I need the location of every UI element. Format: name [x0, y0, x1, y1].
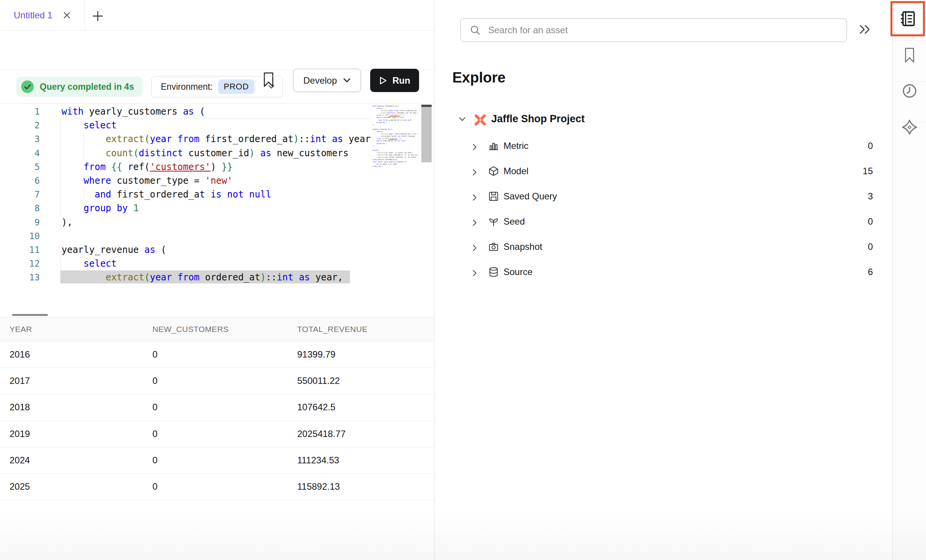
chevron-right-icon[interactable] [472, 269, 477, 277]
line-number: 8 [0, 201, 40, 215]
results-tab-bar: Data Chart Details [0, 283, 434, 317]
code-line: count(distinct customer_id) as new_custo… [62, 146, 348, 160]
code-line: extract(year from first_ordered_at)::int… [62, 132, 371, 146]
tree-item-count: 0 [868, 216, 873, 227]
table-cell: 111234.53 [297, 455, 434, 466]
chevron-right-icon[interactable] [472, 194, 477, 201]
tree-item-count: 3 [868, 191, 873, 202]
tab-label: Untitled 1 [14, 10, 52, 21]
tree-item-source[interactable]: Source6 [435, 260, 892, 285]
tree-item-label: Source [503, 267, 533, 277]
dbt-assist-icon[interactable] [893, 119, 926, 136]
saved-query-icon [488, 191, 499, 202]
query-status-text: Query completed in 4s [40, 82, 134, 92]
explore-tree: Metric0Model15Saved Query3Seed0Snapshot0… [435, 134, 892, 285]
tree-item-model[interactable]: Model15 [435, 159, 892, 184]
close-tab-icon[interactable] [62, 11, 71, 20]
chevron-right-icon[interactable] [472, 219, 477, 227]
tree-item-label: Snapshot [503, 241, 542, 252]
table-row: 20250115892.13 [0, 474, 434, 500]
table-cell: 2017 [10, 375, 152, 386]
tree-item-count: 15 [863, 166, 873, 176]
chevron-down-icon[interactable] [458, 117, 466, 122]
line-number: 4 [0, 146, 40, 160]
chevron-down-icon [343, 78, 351, 83]
line-number: 1 [0, 105, 40, 118]
seed-icon [488, 216, 499, 227]
tree-item-snapshot[interactable]: Snapshot0 [435, 235, 892, 260]
table-cell: 0 [152, 455, 297, 466]
explore-panel: Search for an asset Explore Jaffle Shop … [435, 0, 892, 560]
table-row: 201902025418.77 [0, 421, 434, 447]
develop-label: Develop [303, 75, 337, 86]
line-number: 9 [0, 215, 40, 229]
line-number: 7 [0, 188, 40, 201]
catalog-notebook-icon[interactable] [890, 1, 925, 36]
explore-heading: Explore [452, 70, 505, 86]
asset-search-input[interactable]: Search for an asset [460, 18, 847, 42]
sql-code-editor[interactable]: 1234567891011121314 with yearly_customer… [0, 103, 434, 283]
source-icon [488, 267, 499, 277]
table-cell: 115892.13 [297, 481, 434, 492]
code-line: from {{ ref('customers') }} [62, 160, 233, 174]
metric-icon [488, 141, 499, 151]
code-line: with yearly_customers as ( [62, 105, 205, 118]
code-line: select [62, 118, 117, 132]
tab-untitled-1[interactable]: Untitled 1 [0, 0, 85, 31]
table-cell: 91399.79 [297, 349, 434, 360]
column-header: NEW_CUSTOMERS [152, 325, 297, 334]
code-line: group by 1 [62, 201, 139, 215]
table-cell: 2018 [10, 402, 152, 413]
table-row: 20180107642.5 [0, 394, 434, 421]
line-number: 12 [0, 257, 40, 270]
table-row: 20240111234.53 [0, 447, 434, 474]
collapse-panel-icon[interactable] [858, 24, 872, 36]
chevron-right-icon[interactable] [472, 168, 477, 176]
table-cell: 107642.5 [297, 402, 434, 413]
tree-item-saved-query[interactable]: Saved Query3 [435, 184, 892, 209]
line-number-gutter: 1234567891011121314 [0, 104, 40, 283]
table-cell: 2025418.77 [297, 429, 434, 439]
column-header: TOTAL_REVENUE [297, 325, 434, 334]
new-tab-button[interactable] [90, 8, 105, 24]
environment-selector[interactable]: Environment: PROD [151, 76, 283, 97]
line-number: 5 [0, 160, 40, 174]
editor-minimap[interactable]: with yearly_customers as ( select extrac… [372, 105, 418, 273]
table-cell: 0 [152, 349, 297, 360]
tree-item-seed[interactable]: Seed0 [435, 209, 892, 235]
code-line: where customer_type = 'new' [62, 174, 233, 188]
project-tree-root[interactable]: Jaffle Shop Project [435, 110, 892, 130]
tree-item-label: Seed [503, 216, 525, 227]
tree-item-label: Saved Query [503, 191, 557, 202]
play-icon [379, 76, 387, 85]
editor-panel: Untitled 1 Develop [0, 0, 434, 560]
develop-dropdown[interactable]: Develop [293, 69, 361, 92]
check-circle-icon [21, 80, 34, 94]
code-lines: with yearly_customers as ( select extrac… [62, 104, 371, 283]
table-row: 2016091399.79 [0, 342, 434, 368]
history-clock-icon[interactable] [893, 83, 926, 99]
chevron-right-icon[interactable] [472, 143, 477, 151]
line-number: 11 [0, 243, 40, 257]
table-cell: 2024 [10, 455, 152, 466]
scrollbar-thumb[interactable] [421, 107, 432, 162]
line-number: 3 [0, 132, 40, 146]
editor-toolbar: Develop Run [0, 31, 434, 70]
results-table: 2016091399.7920170550011.2220180107642.5… [0, 342, 434, 500]
editor-scrollbar[interactable] [421, 104, 432, 283]
chevron-right-icon[interactable] [472, 244, 477, 252]
table-cell: 0 [152, 481, 297, 492]
table-cell: 2025 [10, 481, 152, 492]
chevron-down-icon [268, 85, 275, 89]
run-button[interactable]: Run [370, 69, 419, 92]
bookmarks-icon[interactable] [893, 47, 926, 63]
code-line: yearly_revenue as ( [62, 243, 167, 257]
table-cell: 0 [152, 375, 297, 386]
run-label: Run [392, 75, 410, 86]
search-placeholder: Search for an asset [488, 25, 568, 36]
table-cell: 2019 [10, 429, 152, 439]
snapshot-icon [488, 241, 499, 252]
table-cell: 0 [152, 429, 297, 439]
tree-item-count: 0 [868, 241, 873, 252]
tree-item-metric[interactable]: Metric0 [435, 134, 892, 159]
